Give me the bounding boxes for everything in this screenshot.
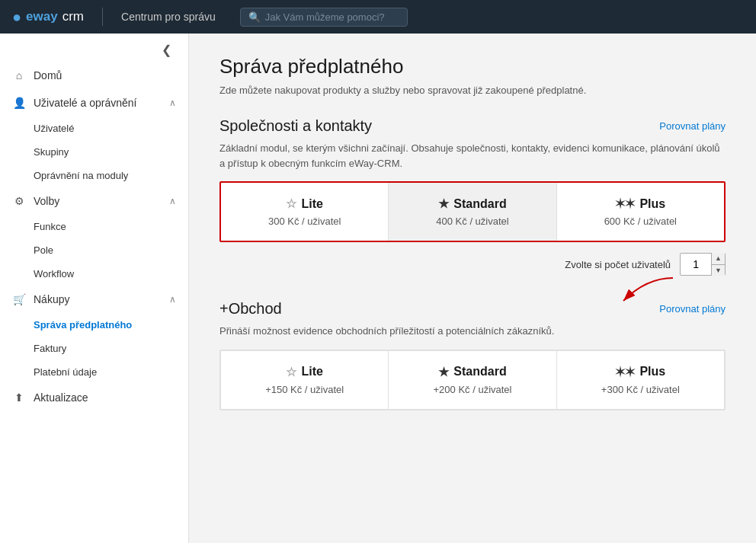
chevron-up-icon: ∧ — [169, 97, 176, 108]
sidebar-subitem-sprava[interactable]: Správa předplatného — [0, 313, 188, 337]
plan-name-standard-o: ★ Standard — [438, 365, 506, 379]
sidebar-subitem-label: Skupiny — [34, 146, 69, 158]
sidebar-subitem-label: Platební údaje — [34, 366, 97, 378]
topbar-center-title: Centrum pro správu — [121, 11, 216, 23]
logo-icon: ● — [12, 8, 21, 26]
section-contacts-desc: Základní modul, se kterým všichni začína… — [219, 141, 726, 171]
sidebar-item-domu[interactable]: ⌂ Domů — [0, 62, 188, 89]
star-full-icon: ★ — [438, 196, 449, 211]
plan-card-plus-contacts[interactable]: ✶✶ Plus 600 Kč / uživatel — [557, 183, 724, 241]
sidebar-subitem-funkce[interactable]: Funkce — [0, 215, 188, 238]
plan-name-lite: ☆ Lite — [286, 196, 322, 211]
logo: ● eway crm — [12, 8, 84, 26]
sidebar-subitem-faktury[interactable]: Faktury — [0, 337, 188, 360]
star-full-icon: ★ — [438, 365, 449, 379]
sidebar-subitem-label: Funkce — [34, 221, 66, 232]
plan-price-plus-o: +300 Kč / uživatel — [601, 384, 680, 395]
user-count-down-button[interactable]: ▼ — [712, 265, 725, 276]
page-title: Správa předplatného — [219, 55, 726, 78]
cart-icon: 🛒 — [12, 293, 26, 305]
plan-price-lite: 300 Kč / uživatel — [268, 216, 341, 227]
search-bar[interactable]: 🔍 — [240, 8, 408, 27]
star-multi-icon: ✶✶ — [615, 365, 635, 379]
star-multi-icon: ✶✶ — [615, 196, 635, 211]
sidebar: ❮ ⌂ Domů 👤 Uživatelé a oprávnění ∧ Uživa… — [0, 34, 189, 543]
topbar-divider — [102, 8, 103, 26]
search-input[interactable] — [265, 11, 399, 23]
page-subtitle: Zde můžete nakupovat produkty a služby n… — [219, 85, 726, 96]
plan-card-standard-obchod[interactable]: ★ Standard +200 Kč / uživatel — [389, 351, 556, 409]
plan-price-standard: 400 Kč / uživatel — [436, 216, 508, 227]
logo-crm: crm — [62, 9, 84, 24]
search-icon: 🔍 — [248, 11, 261, 23]
user-icon: 👤 — [12, 97, 26, 109]
sidebar-subitem-pole[interactable]: Pole — [0, 238, 188, 262]
sidebar-item-label: Nákupy — [34, 293, 69, 305]
plan-name-lite-o: ☆ Lite — [286, 365, 322, 379]
sidebar-subitem-skupiny[interactable]: Skupiny — [0, 140, 188, 164]
arrow-annotation — [608, 274, 677, 312]
user-count-row: Zvolte si počet uživatelů ▲ ▼ — [219, 253, 726, 276]
sidebar-item-label: Domů — [34, 69, 62, 81]
plan-name-plus-o: ✶✶ Plus — [615, 365, 665, 379]
sidebar-subitem-label: Pole — [34, 244, 53, 256]
sidebar-item-label: Aktualizace — [34, 391, 88, 404]
logo-eway: eway — [26, 9, 58, 24]
star-empty-icon: ☆ — [286, 365, 296, 379]
sidebar-subitem-label: Oprávnění na moduly — [34, 170, 128, 181]
sidebar-subitem-label: Správa předplatného — [34, 319, 132, 331]
section-obchod: +Obchod Porovnat plány Přináší možnost e… — [219, 300, 726, 410]
home-icon: ⌂ — [12, 69, 26, 81]
sidebar-item-nakupy[interactable]: 🛒 Nákupy ∧ — [0, 286, 188, 313]
compare-plans-link-contacts[interactable]: Porovnat plány — [659, 120, 726, 132]
sidebar-subitem-opravneni[interactable]: Oprávnění na moduly — [0, 164, 188, 187]
user-count-arrows: ▲ ▼ — [711, 253, 725, 276]
sidebar-subitem-platebni[interactable]: Platební údaje — [0, 360, 188, 384]
obchod-plan-cards: ☆ Lite +150 Kč / uživatel ★ Standard +20… — [219, 350, 726, 410]
section-contacts: Společnosti a kontakty Porovnat plány Zá… — [219, 117, 726, 276]
sidebar-subitem-uzivatele[interactable]: Uživatelé — [0, 117, 188, 140]
user-count-input[interactable] — [681, 258, 711, 270]
star-empty-icon: ☆ — [286, 196, 296, 211]
update-icon: ⬆ — [12, 391, 26, 404]
plan-card-plus-obchod[interactable]: ✶✶ Plus +300 Kč / uživatel — [557, 351, 724, 409]
sidebar-collapse: ❮ — [0, 34, 188, 62]
plan-name-plus: ✶✶ Plus — [615, 196, 665, 211]
sidebar-item-aktualizace[interactable]: ⬆ Aktualizace — [0, 384, 188, 411]
user-count-box: ▲ ▼ — [680, 253, 726, 276]
section-contacts-header: Společnosti a kontakty Porovnat plány — [219, 117, 726, 135]
plan-name-standard: ★ Standard — [438, 196, 506, 211]
section-obchod-desc: Přináší možnost evidence obchodních příl… — [219, 324, 726, 339]
sidebar-subitem-label: Uživatelé — [34, 123, 74, 134]
sidebar-item-volby[interactable]: ⚙ Volby ∧ — [0, 187, 188, 215]
chevron-up-icon: ∧ — [169, 196, 176, 206]
plan-price-lite-o: +150 Kč / uživatel — [265, 384, 344, 395]
gear-icon: ⚙ — [12, 195, 26, 207]
plan-card-standard-contacts[interactable]: ★ Standard 400 Kč / uživatel — [389, 183, 556, 241]
contacts-plan-cards: ☆ Lite 300 Kč / uživatel ★ Standard 400 … — [219, 181, 726, 242]
plan-card-lite-contacts[interactable]: ☆ Lite 300 Kč / uživatel — [221, 183, 389, 241]
section-contacts-title: Společnosti a kontakty — [219, 117, 372, 135]
content-area: Správa předplatného Zde můžete nakupovat… — [189, 34, 756, 543]
sidebar-item-label: Uživatelé a oprávnění — [34, 97, 136, 109]
plan-card-lite-obchod[interactable]: ☆ Lite +150 Kč / uživatel — [221, 351, 389, 409]
sidebar-item-uzivatele[interactable]: 👤 Uživatelé a oprávnění ∧ — [0, 89, 188, 117]
chevron-up-icon: ∧ — [169, 294, 176, 305]
plan-price-plus: 600 Kč / uživatel — [604, 216, 677, 227]
main-layout: ❮ ⌂ Domů 👤 Uživatelé a oprávnění ∧ Uživa… — [0, 34, 756, 543]
user-count-up-button[interactable]: ▲ — [712, 253, 725, 265]
sidebar-item-label: Volby — [34, 195, 59, 207]
sidebar-subitem-label: Workflow — [34, 268, 74, 279]
sidebar-subitem-workflow[interactable]: Workflow — [0, 262, 188, 286]
plan-price-standard-o: +200 Kč / uživatel — [434, 384, 512, 395]
user-count-label: Zvolte si počet uživatelů — [565, 259, 671, 270]
section-obchod-title: +Obchod — [219, 300, 282, 318]
sidebar-collapse-button[interactable]: ❮ — [157, 41, 176, 59]
topbar: ● eway crm Centrum pro správu 🔍 — [0, 0, 756, 34]
sidebar-subitem-label: Faktury — [34, 343, 66, 354]
